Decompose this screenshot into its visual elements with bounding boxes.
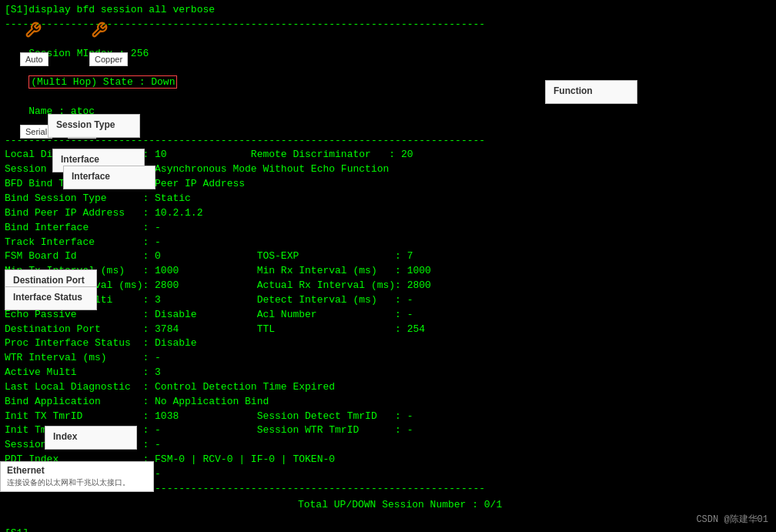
blank-line [5,513,771,527]
wrench-icon-2 [91,22,108,42]
function-tooltip: Function [545,80,637,104]
line-14: Proc Interface Status : Disable [5,336,771,351]
interface-tooltip-2: Interface [63,166,156,189]
line-16: Active Multi : 3 [5,366,771,380]
separator-top: ----------------------------------------… [5,18,771,32]
ethernet-title: Ethernet [7,465,147,476]
index-title: Index [53,431,129,442]
line-9: Min Tx Interval (ms) : 1000 Min Rx Inter… [5,264,771,279]
line-8: FSM Board Id : 0 TOS-EXP : 7 [5,249,771,264]
index-tooltip: Index [45,426,137,450]
watermark: CSDN @陈建华01 [696,513,768,526]
line-18: Bind Application : No Application Bind [5,395,771,410]
line-11: Local Detect Multi : 3 Detect Interval (… [5,293,771,308]
function-title: Function [554,85,629,96]
copper-label: Copper [89,52,128,66]
line-17: Last Local Diagnostic : Control Detectio… [5,380,771,395]
auto-label: Auto [20,52,48,66]
state-box: (Multi Hop) State : Down [28,75,177,89]
footer-line: Total UP/DOWN Session Number : 0/1 [5,498,771,513]
dest-port-title: Destination Port [13,275,89,286]
line-12: Echo Passive : Disable Acl Number : - [5,308,771,323]
line-15: WTR Interval (ms) : - [5,351,771,366]
interface-title-1: Interface [61,154,136,165]
terminal-title: [S1]display bfd session all verbose [5,3,771,18]
line-10: Actual Tx Interval (ms): 2800 Actual Rx … [5,279,771,293]
iface-status-title: Interface Status [13,292,89,303]
wrench-icon-1 [25,22,42,42]
line-7: Track Interface : - [5,236,771,250]
interface-title-2: Interface [72,171,147,182]
ethernet-desc: 连接设备的以太网和千兆以太接口。 [7,477,147,488]
iface-status-tooltip: Interface Status [5,286,97,310]
ethernet-tooltip: Ethernet 连接设备的以太网和千兆以太接口。 [0,461,154,492]
terminal-prompt: [S1] [5,527,771,532]
session-type-tooltip: Session Type [48,114,140,138]
line-19: Init TX TmrID : 1038 Session Detect TmrI… [5,410,771,424]
line-13: Destination Port : 3784 TTL : 254 [5,323,771,337]
line-5: Bind Peer IP Address : 10.2.1.2 [5,206,771,221]
session-type-title: Session Type [56,119,132,130]
line-6: Bind Interface : - [5,221,771,236]
terminal-window: [S1]display bfd session all verbose ----… [0,0,776,532]
line-4: Bind Session Type : Static [5,192,771,206]
